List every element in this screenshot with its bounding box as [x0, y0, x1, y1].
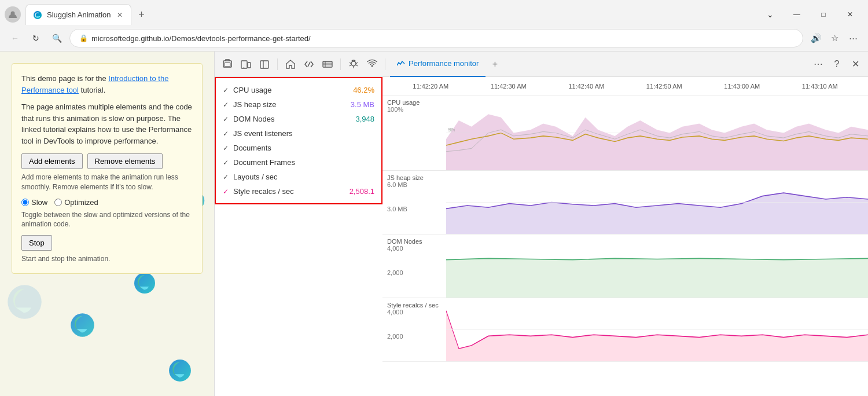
metric-dom-nodes[interactable]: ✓ DOM Nodes 3,948: [216, 112, 381, 126]
slow-radio[interactable]: [21, 199, 29, 206]
cpu-check: ✓: [223, 86, 229, 94]
perf-monitor-icon: [397, 60, 405, 68]
metric-cpu-usage[interactable]: ✓ CPU usage 46.2%: [216, 83, 381, 97]
new-tab-button[interactable]: +: [134, 6, 150, 23]
cpu-section-name: CPU usage: [387, 99, 442, 106]
cpu-scale: 100%: [387, 106, 442, 113]
search-button[interactable]: 🔍: [49, 30, 65, 46]
home-icon[interactable]: [282, 56, 299, 72]
style-graph: [446, 298, 868, 361]
svg-marker-37: [446, 311, 868, 361]
dom-label: DOM Nodes: [233, 115, 351, 123]
dom-check: ✓: [223, 115, 229, 123]
remove-elements-button[interactable]: Remove elements: [87, 153, 163, 169]
dom-scale-4k: 4,000: [387, 245, 442, 252]
metric-js-heap[interactable]: ✓ JS heap size 3.5 MB: [216, 97, 381, 112]
favorites-icon[interactable]: ☆: [826, 30, 843, 46]
style-chart-section: Style recalcs / sec 4,000 2,000: [382, 298, 868, 362]
toolbar-separator-1: [277, 58, 278, 70]
tab-favicon: [33, 10, 42, 20]
js-heap-svg: [446, 171, 868, 234]
title-bar: Sluggish Animation ✕ + ⌄ — □ ✕: [0, 0, 868, 25]
address-input[interactable]: 🔒 microsoftedge.github.io/Demos/devtools…: [69, 29, 803, 47]
chart-time-header: 11:42:20 AM 11:42:30 AM 11:42:40 AM 11:4…: [382, 77, 868, 96]
svg-line-19: [308, 62, 310, 67]
url-path: /Demos/devtools-performance-get-started/: [169, 34, 310, 43]
lock-icon: 🔒: [79, 34, 88, 42]
main-content: This demo page is for the Introduction t…: [0, 52, 868, 396]
cpu-section-label: CPU usage 100%: [382, 96, 446, 170]
devtools-panel: Performance monitor + ⋯ ? ✕ ✓ CPU usage …: [214, 52, 868, 396]
maximize-button[interactable]: □: [810, 5, 837, 24]
more-icon[interactable]: ⋯: [845, 30, 861, 46]
cpu-value: 46.2%: [353, 86, 374, 94]
toolbar-separator-3: [385, 58, 385, 70]
cpu-graph: 50%: [446, 96, 868, 170]
address-bar: ← ↻ 🔍 🔒 microsoftedge.github.io/Demos/de…: [0, 25, 868, 51]
tab-title: Sluggish Animation: [47, 10, 111, 19]
network-icon[interactable]: [319, 56, 336, 72]
metrics-overlay: ✓ CPU usage 46.2% ✓ JS heap size 3.5 MB …: [215, 77, 382, 204]
layouts-check: ✓: [223, 173, 229, 181]
read-aloud-icon[interactable]: 🔊: [808, 30, 824, 46]
metric-js-listeners[interactable]: ✓ JS event listeners: [216, 126, 381, 141]
svg-rect-20: [323, 61, 332, 67]
style-scale-2k: 2,000: [387, 333, 442, 340]
js-heap-scale-3: 3.0 MB: [387, 206, 442, 212]
refresh-button[interactable]: ↻: [28, 30, 44, 46]
devtools-toolbar: Performance monitor + ⋯ ? ✕: [215, 52, 868, 77]
svg-text:50%: 50%: [448, 127, 455, 133]
dom-svg: [446, 234, 868, 298]
bug-icon[interactable]: [345, 56, 362, 72]
svg-line-27: [350, 65, 351, 66]
add-elements-button[interactable]: Add elements: [21, 153, 83, 169]
webpage-area: This demo page is for the Introduction t…: [0, 52, 214, 396]
action-buttons: Add elements Remove elements: [21, 153, 193, 169]
doc-frames-check: ✓: [223, 159, 229, 167]
metric-doc-frames[interactable]: ✓ Document Frames: [216, 155, 381, 170]
dropdown-button[interactable]: ⌄: [757, 5, 784, 24]
js-heap-label: JS heap size: [233, 100, 346, 109]
dom-value: 3,948: [355, 115, 374, 123]
source-code-icon[interactable]: [301, 56, 317, 72]
devtools-close-button[interactable]: ✕: [847, 56, 863, 72]
stop-help-text: Start and stop the animation.: [21, 254, 193, 264]
doc-frames-label: Document Frames: [233, 158, 370, 167]
tutorial-suffix: tutorial.: [79, 86, 105, 94]
metric-layouts[interactable]: ✓ Layouts / sec: [216, 170, 381, 184]
slow-radio-text: Slow: [31, 198, 47, 207]
performance-monitor-tab[interactable]: Performance monitor: [390, 52, 486, 77]
js-listeners-label: JS event listeners: [233, 129, 370, 138]
wifi-icon[interactable]: [364, 56, 380, 72]
dom-chart-section: DOM Nodes 4,000 2,000: [382, 234, 868, 298]
metric-style-recalcs[interactable]: ✓ Style recalcs / sec 2,508.1: [216, 184, 381, 199]
minimize-button[interactable]: —: [784, 5, 810, 24]
close-button[interactable]: ✕: [837, 5, 863, 24]
profile-icon[interactable]: [5, 6, 21, 23]
style-scale-4k: 4,000: [387, 309, 442, 316]
style-value: 2,508.1: [350, 187, 374, 196]
add-remove-helper: Add more elements to make the animation …: [21, 173, 193, 192]
window-controls: ⌄ — □ ✕: [757, 5, 863, 24]
add-tab-button[interactable]: +: [488, 57, 502, 71]
style-label: Style recalcs / sec: [233, 187, 345, 196]
optimized-radio[interactable]: [54, 199, 62, 206]
back-button[interactable]: ←: [7, 30, 23, 46]
dom-section-name: DOM Nodes: [387, 238, 442, 245]
style-check: ✓: [223, 188, 229, 196]
metric-documents[interactable]: ✓ Documents: [216, 141, 381, 155]
optimized-radio-text: Optimized: [64, 198, 98, 207]
devtools-more-button[interactable]: ⋯: [810, 56, 826, 72]
time-1: 11:42:20 AM: [392, 83, 470, 90]
performance-area: ✓ CPU usage 46.2% ✓ JS heap size 3.5 MB …: [215, 77, 868, 396]
chart-area: 11:42:20 AM 11:42:30 AM 11:42:40 AM 11:4…: [382, 77, 868, 396]
browser-chrome: Sluggish Animation ✕ + ⌄ — □ ✕ ← ↻ 🔍 🔒 m…: [0, 0, 868, 52]
devtools-help-button[interactable]: ?: [829, 56, 845, 72]
elements-sidebar-icon[interactable]: [256, 56, 273, 72]
stop-button[interactable]: Stop: [21, 235, 52, 251]
screenshot-icon[interactable]: [219, 56, 236, 72]
tab-close-button[interactable]: ✕: [116, 10, 124, 20]
device-emulation-icon[interactable]: [238, 56, 254, 72]
radio-group: Slow Optimized: [21, 198, 193, 207]
active-tab[interactable]: Sluggish Animation ✕: [25, 4, 131, 25]
